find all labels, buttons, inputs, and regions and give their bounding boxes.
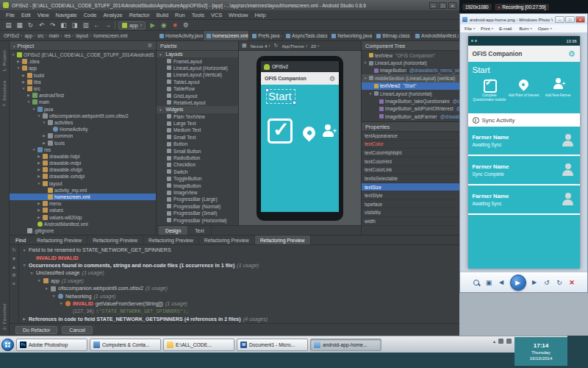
close-icon[interactable] [576, 16, 585, 23]
palette-item[interactable]: Layouts [157, 51, 238, 57]
previous-icon[interactable]: ◀ [498, 279, 506, 286]
palette-item[interactable]: ProgressBar (Small) [157, 210, 238, 216]
editor-tab[interactable]: Bitmap.class [373, 31, 412, 40]
component-tree-item[interactable]: ▼ middleSection (LinearLayout) (vertical… [362, 74, 459, 82]
palette-item[interactable]: TableRow [157, 85, 238, 92]
minimize-icon[interactable] [555, 16, 564, 23]
project-tree-item[interactable]: AndroidManifest.xml [10, 221, 156, 227]
menu-item[interactable]: Help [254, 12, 265, 18]
project-tree-item[interactable]: ▶ drawable-xxhdpi [10, 173, 156, 180]
menu-item[interactable]: Tools [192, 12, 204, 18]
paste-icon[interactable]: ▥ [82, 21, 90, 30]
start-button[interactable] [1, 339, 14, 351]
palette-item[interactable]: Plain TextView [157, 113, 238, 120]
project-tree-item[interactable]: ▶ values [10, 207, 156, 213]
palette-item[interactable]: Small Button [157, 147, 238, 154]
menu-item[interactable]: Build [157, 12, 168, 18]
breadcrumb-item[interactable]: homescreen.xml [93, 33, 127, 38]
component-tree-item[interactable]: imageButton_addPointOfInterest @draw… [362, 105, 459, 113]
property-row[interactable]: textColorHint [362, 158, 459, 166]
editor-tab[interactable]: Networking.java [329, 31, 373, 40]
project-tree-item[interactable]: ▼ res [10, 146, 156, 153]
expander-icon[interactable]: ▼ [363, 77, 368, 80]
breadcrumb-item[interactable]: OFISv2 [4, 33, 24, 38]
menu-item[interactable]: Edit [21, 12, 31, 18]
maximize-icon[interactable] [439, 2, 447, 9]
volume-icon[interactable] [506, 339, 512, 344]
expander-icon[interactable]: ▼ [37, 182, 41, 185]
api-selector[interactable]: 20 [311, 43, 319, 49]
expander-icon[interactable]: ▼ [368, 92, 373, 96]
close-icon[interactable] [448, 2, 456, 9]
expander-icon[interactable]: ▼ [37, 114, 41, 118]
component-tree-item[interactable]: ▼ LinearLayout (horizontal) [362, 90, 459, 97]
palette-item[interactable]: ProgressBar (Normal) [157, 203, 238, 210]
project-tree-item[interactable]: ▼ app [10, 65, 156, 71]
refactoring-row[interactable]: ▼ Unclassified usage (1 usage) [19, 269, 459, 277]
debug-icon[interactable]: ◉ [159, 21, 168, 30]
property-row[interactable]: textSize 50sp [362, 183, 459, 192]
palette-item[interactable]: ProgressBar (Horizontal) [157, 216, 238, 223]
component-tree-item[interactable]: textView2 "Start" [362, 82, 459, 90]
do-refactor-button[interactable]: Do Refactor [15, 326, 57, 334]
property-row[interactable]: width [362, 217, 459, 226]
refactoring-row[interactable]: ▼ ofiscompanion.webpoint9.com.ofisv2 (1 … [19, 285, 459, 292]
find-tool-label[interactable]: Find [10, 236, 32, 244]
refactoring-preview-tab[interactable]: Refactoring Preview [255, 236, 311, 244]
refactoring-row[interactable]: ▼ Occurrences found in comments, strings… [19, 262, 459, 269]
project-tree-item[interactable]: ▶ values-w820dp [10, 214, 156, 221]
project-tree-item[interactable]: HomeActivity [10, 126, 156, 132]
palette-item[interactable]: ImageButton [157, 182, 238, 188]
palette-item[interactable]: ToggleButton [157, 175, 238, 182]
palette-item[interactable]: RelativeLayout [157, 99, 238, 106]
editor-tab[interactable]: AsyncTask.class [283, 31, 329, 40]
expander-icon[interactable]: ▼ [42, 121, 46, 124]
breadcrumb-item[interactable]: src [37, 33, 49, 38]
property-row[interactable]: textColor [362, 141, 459, 149]
expander-icon[interactable]: ▼ [37, 279, 41, 283]
gear-icon[interactable] [148, 43, 152, 49]
refactoring-row[interactable]: ▼ INVALID getValueFromServer(String[]) (… [19, 300, 459, 308]
slideshow-icon[interactable]: ▶ [510, 275, 526, 291]
expander-icon[interactable]: ▶ [37, 155, 41, 158]
component-tree-item[interactable]: ▼ LinearLayout (horizontal) [362, 59, 459, 66]
project-tree-item[interactable]: ▼ OFISv2 (E:\ALL_CODE\ALL_CODE_STUFF_201… [10, 52, 156, 58]
expander-icon[interactable]: ▶ [42, 134, 46, 138]
expander-icon[interactable]: ▼ [21, 87, 26, 91]
expander-icon[interactable]: ▶ [37, 161, 41, 165]
project-tree-item[interactable]: ▶ drawable-hdpi [10, 153, 156, 160]
expander-icon[interactable]: ▶ [22, 317, 26, 321]
project-tree-item[interactable]: ▼ src [10, 85, 156, 92]
palette-item[interactable]: ImageView [157, 189, 238, 196]
palette-item[interactable]: Medium Text [157, 127, 238, 133]
tool-window-button[interactable]: 2: Favorites [2, 303, 7, 330]
breadcrumb-item[interactable]: main [49, 33, 64, 38]
theme-selector[interactable]: AppTheme [282, 43, 307, 49]
delete-icon[interactable]: ✕ [568, 279, 576, 286]
back-icon[interactable]: ← [93, 21, 101, 30]
project-tree-item[interactable]: ▶ libs [10, 79, 156, 85]
rotate-cw-icon[interactable]: ↻ [556, 279, 564, 286]
settings-icon[interactable]: ⚙ [182, 21, 190, 30]
network-icon[interactable] [498, 339, 503, 344]
viewer-title-bar[interactable]: android-app-home.png - Windows Photo Vie… [460, 14, 587, 24]
editor-mode-tab[interactable]: Design [159, 226, 188, 235]
property-row[interactable]: textIsSelectable [362, 174, 459, 183]
menu-item[interactable]: Window [229, 12, 248, 18]
cut-icon[interactable]: ◧ [60, 21, 68, 30]
menu-item[interactable]: File [6, 12, 15, 18]
project-tree-item[interactable]: activity_my.xml [10, 187, 156, 194]
show-desktop-area[interactable] [567, 336, 588, 368]
expander-icon[interactable]: ▼ [51, 294, 56, 298]
palette-item[interactable]: GridLayout [157, 92, 238, 99]
palette-item[interactable]: RadioButton [157, 155, 238, 161]
refactoring-row[interactable]: ▼ Field to be renamed to STATE_NETWORK_G… [19, 247, 459, 254]
palette-item[interactable]: ProgressBar (Large) [157, 196, 238, 202]
expander-icon[interactable]: ▼ [59, 302, 63, 305]
expander-icon[interactable]: ▼ [32, 107, 36, 111]
breadcrumb-item[interactable]: layout [76, 33, 93, 38]
editor-tab[interactable]: homescreen.xml [204, 31, 249, 40]
expander-icon[interactable]: ▼ [22, 263, 26, 267]
expander-icon[interactable]: ▼ [44, 287, 49, 291]
menu-item[interactable]: Code [84, 12, 97, 18]
